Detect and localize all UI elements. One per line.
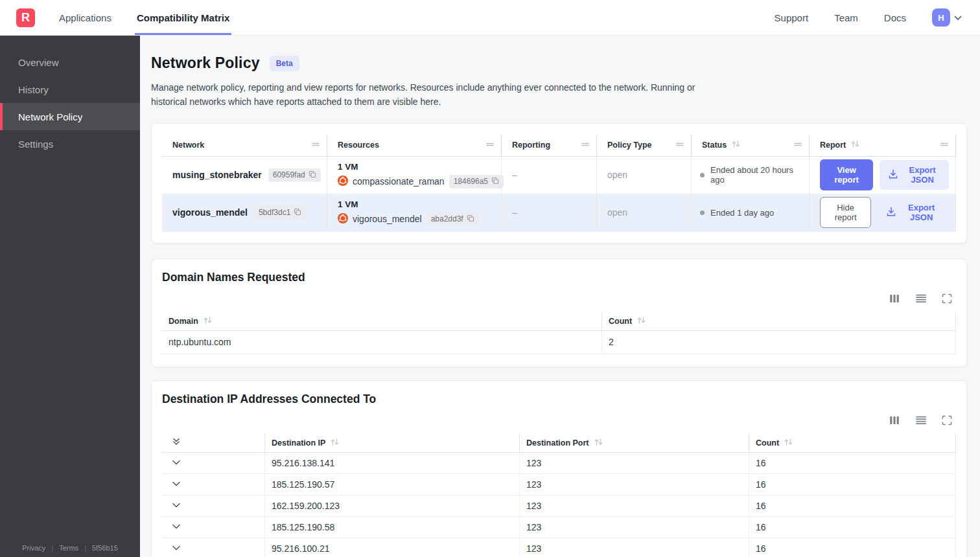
count-cell: 16: [749, 538, 956, 557]
tab-compatibility-matrix-label: Compatibility Matrix: [137, 12, 229, 23]
copy-icon[interactable]: [491, 177, 499, 187]
sidebar-item-history[interactable]: History: [0, 76, 140, 103]
column-visibility-icon[interactable]: [889, 293, 900, 304]
destination-ip-cell: 185.125.190.57: [265, 474, 520, 495]
column-header-reporting[interactable]: Reporting: [502, 135, 597, 156]
chevron-down-icon[interactable]: [172, 503, 181, 508]
destination-port-cell: 123: [520, 453, 749, 473]
destination-row[interactable]: 95.216.138.141 123 16: [162, 453, 956, 474]
sort-arrows-icon[interactable]: [731, 140, 741, 150]
brand-letter: R: [21, 11, 30, 25]
sidebar-item-network-policy[interactable]: Network Policy: [0, 103, 140, 130]
equals-handle-icon[interactable]: [311, 141, 320, 150]
column-header-count[interactable]: Count: [602, 312, 956, 330]
network-row[interactable]: vigorous_mendel 5bdf3dc1 1 VM vigorous_m…: [162, 194, 956, 232]
copy-icon[interactable]: [309, 170, 316, 180]
nav-link-support[interactable]: Support: [775, 12, 809, 23]
column-header-status[interactable]: Status: [692, 135, 810, 156]
row-density-icon[interactable]: [915, 415, 927, 426]
nav-link-team[interactable]: Team: [834, 12, 858, 23]
double-chevron-down-icon[interactable]: [172, 437, 181, 448]
column-label: Count: [609, 317, 632, 326]
fullscreen-icon[interactable]: [942, 293, 952, 304]
equals-handle-icon[interactable]: [940, 141, 949, 150]
sort-arrows-icon[interactable]: [784, 438, 793, 448]
equals-handle-icon[interactable]: [793, 141, 802, 150]
destination-row[interactable]: 162.159.200.123 123 16: [162, 495, 956, 517]
column-label: Resources: [338, 141, 379, 150]
export-json-button[interactable]: Export JSON: [880, 160, 949, 190]
networks-card: Network Resources Reporting Policy Type …: [151, 123, 967, 244]
chevron-down-icon[interactable]: [172, 545, 181, 551]
count-cell: 16: [749, 474, 956, 495]
column-visibility-icon[interactable]: [889, 415, 900, 426]
equals-handle-icon[interactable]: [485, 141, 495, 150]
column-header-count[interactable]: Count: [749, 434, 956, 452]
status-text: Ended about 20 hours ago: [710, 165, 802, 185]
network-id-badge[interactable]: 5bdf3dc1: [254, 206, 306, 220]
expand-all-header[interactable]: [162, 434, 265, 452]
user-menu[interactable]: H: [932, 8, 962, 27]
beta-badge: Beta: [270, 56, 299, 71]
status-cell: Ended 1 day ago: [692, 194, 810, 231]
domains-table-header: Domain Count: [162, 312, 956, 331]
column-header-report[interactable]: Report: [810, 135, 956, 156]
column-header-destination-ip[interactable]: Destination IP: [265, 434, 520, 452]
count-cell: 2: [602, 331, 956, 354]
sort-arrows-icon[interactable]: [850, 140, 860, 150]
destination-row[interactable]: 185.125.190.58 123 16: [162, 517, 956, 538]
resource-id-badge[interactable]: aba2dd3f: [426, 212, 479, 226]
copy-icon[interactable]: [294, 208, 301, 218]
sidebar-item-overview[interactable]: Overview: [0, 49, 140, 76]
sort-arrows-icon[interactable]: [636, 316, 646, 326]
destination-row[interactable]: 95.216.100.21 123 16: [162, 538, 956, 557]
equals-handle-icon[interactable]: [675, 141, 684, 150]
nav-link-docs[interactable]: Docs: [884, 12, 906, 23]
copy-icon[interactable]: [467, 214, 474, 224]
tab-applications[interactable]: Applications: [57, 0, 113, 35]
vm-count: 1 VM: [338, 199, 358, 209]
column-header-destination-port[interactable]: Destination Port: [520, 434, 749, 452]
fullscreen-icon[interactable]: [942, 415, 952, 426]
brand-logo[interactable]: R: [16, 8, 35, 27]
column-label: Destination IP: [272, 438, 325, 448]
sort-arrows-icon[interactable]: [203, 316, 213, 326]
column-header-network[interactable]: Network: [162, 135, 327, 156]
policy-type-cell: open: [597, 194, 692, 231]
equals-handle-icon[interactable]: [581, 141, 590, 150]
column-header-policy-type[interactable]: Policy Type: [597, 135, 692, 156]
terms-link[interactable]: Terms: [59, 544, 78, 552]
column-header-domain[interactable]: Domain: [162, 312, 602, 330]
export-json-button[interactable]: Export JSON: [878, 198, 949, 227]
column-header-resources[interactable]: Resources: [327, 135, 502, 156]
page-title: Network Policy: [151, 54, 260, 72]
chevron-down-icon[interactable]: [172, 460, 181, 466]
column-label: Count: [756, 438, 779, 448]
network-id: 60959fad: [273, 170, 305, 179]
destination-row[interactable]: 185.125.190.57 123 16: [162, 474, 956, 495]
resource-id-badge[interactable]: 184696a5: [449, 175, 504, 188]
network-row[interactable]: musing_stonebraker 60959fad 1 VM compass…: [162, 157, 956, 194]
chevron-down-icon[interactable]: [172, 524, 181, 530]
view-report-button[interactable]: View report: [820, 159, 873, 190]
sort-arrows-icon[interactable]: [330, 438, 340, 448]
resource-name: compassionate_raman: [353, 176, 445, 187]
tab-compatibility-matrix[interactable]: Compatibility Matrix: [135, 0, 231, 35]
network-id-badge[interactable]: 60959fad: [268, 168, 321, 182]
chevron-down-icon: [954, 12, 962, 23]
privacy-link[interactable]: Privacy: [22, 544, 45, 552]
count-cell: 16: [749, 517, 956, 538]
hide-report-button[interactable]: Hide report: [820, 197, 871, 228]
destination-ip-cell: 95.216.138.141: [265, 453, 520, 473]
sort-arrows-icon[interactable]: [594, 438, 603, 448]
download-icon: [888, 169, 898, 181]
destination-port-cell: 123: [520, 474, 749, 495]
network-id: 5bdf3dc1: [259, 208, 290, 217]
column-label: Domain: [169, 317, 198, 326]
status-cell: Ended about 20 hours ago: [692, 157, 810, 194]
sidebar-item-settings[interactable]: Settings: [0, 130, 140, 157]
ubuntu-icon: [338, 176, 348, 188]
row-density-icon[interactable]: [915, 293, 927, 304]
chevron-down-icon[interactable]: [172, 481, 181, 487]
domain-row[interactable]: ntp.ubuntu.com 2: [162, 331, 956, 354]
